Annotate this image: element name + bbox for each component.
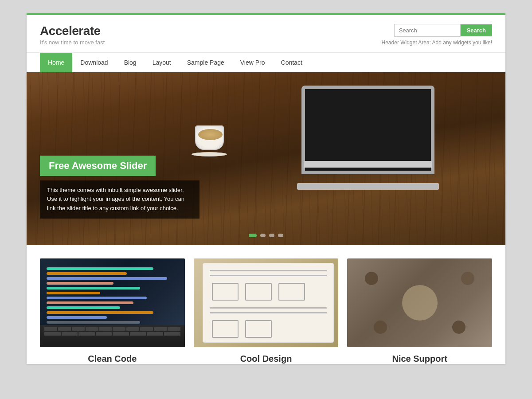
code-line (47, 292, 100, 294)
nav-link-view-pro[interactable]: View Pro (232, 53, 273, 72)
nav-item-layout[interactable]: Layout (145, 53, 179, 72)
code-line (47, 321, 140, 324)
key (86, 327, 98, 331)
search-button[interactable]: Search (461, 24, 492, 36)
key (130, 332, 146, 336)
nav-link-sample-page[interactable]: Sample Page (179, 53, 232, 72)
key (99, 327, 112, 331)
key (164, 332, 180, 336)
person-decoration (461, 272, 474, 285)
feature-image-nice-support (347, 258, 492, 347)
code-line (47, 306, 120, 309)
nb-line (210, 270, 327, 271)
header-widget-text: Header Widget Area: Add any widgets you … (382, 39, 492, 46)
feature-image-cool-design (194, 258, 339, 347)
laptop-decoration (297, 86, 439, 183)
code-line (47, 301, 133, 304)
key (58, 327, 71, 331)
code-lines-decoration (47, 267, 180, 326)
nav-link-layout[interactable]: Layout (145, 53, 179, 72)
person-decoration (374, 321, 387, 334)
nb-box (245, 320, 272, 338)
nav-item-contact[interactable]: Contact (273, 53, 310, 72)
key (96, 332, 112, 336)
person-decoration (452, 321, 466, 334)
site-tagline: It's now time to move fast (40, 39, 105, 46)
nav-item-view-pro[interactable]: View Pro (232, 53, 273, 72)
nav-item-sample-page[interactable]: Sample Page (179, 53, 232, 72)
slider-title: Free Awesome Slider (40, 156, 156, 176)
slider-dot-4[interactable] (278, 234, 283, 237)
features-section: Clean Code (27, 245, 505, 364)
code-line (47, 297, 147, 299)
key (113, 332, 129, 336)
nb-line (210, 307, 327, 309)
key-row (44, 332, 180, 336)
nav-link-blog[interactable]: Blog (116, 53, 145, 72)
page-wrapper: Accelerate It's now time to move fast Se… (27, 13, 505, 364)
feature-title-clean-code: Clean Code (40, 354, 185, 364)
nav-item-home[interactable]: Home (40, 53, 72, 72)
slider-description: This theme comes with inbuilt simple awe… (40, 180, 200, 219)
nav-link-download[interactable]: Download (72, 53, 116, 72)
feature-card-cool-design: Cool Design (194, 258, 339, 364)
nb-box (278, 283, 305, 301)
nav-item-download[interactable]: Download (72, 53, 116, 72)
feature-card-clean-code: Clean Code (40, 258, 185, 364)
code-line (47, 277, 167, 280)
code-line (47, 311, 153, 314)
feature-title-nice-support: Nice Support (347, 354, 492, 364)
key-rows (40, 325, 185, 338)
cup-body (195, 125, 224, 150)
laptop-keyboard (304, 161, 432, 168)
slider-content: Free Awesome Slider This theme comes wit… (40, 156, 200, 219)
key (168, 327, 180, 331)
teacup-decoration (195, 125, 231, 156)
keyboard-strip (40, 325, 185, 347)
notebook-lines (203, 263, 334, 347)
feature-card-nice-support: Nice Support (347, 258, 492, 364)
key (78, 332, 95, 336)
slider-dot-2[interactable] (260, 234, 266, 237)
cup-tea (198, 129, 223, 140)
key (44, 332, 61, 336)
nav-link-home[interactable]: Home (40, 53, 72, 72)
code-line (47, 316, 107, 319)
nb-box (245, 283, 272, 301)
nb-boxes (210, 281, 327, 303)
slider-dot-3[interactable] (269, 234, 274, 237)
code-line (47, 267, 153, 270)
nav-item-blog[interactable]: Blog (116, 53, 145, 72)
key (44, 327, 57, 331)
nb-box (212, 283, 239, 301)
main-nav: Home Download Blog Layout Sample Page Vi… (27, 52, 505, 72)
laptop-base (297, 183, 439, 190)
meeting-circle (402, 285, 438, 321)
search-input[interactable] (394, 24, 461, 37)
key-row (44, 327, 180, 331)
code-line (47, 282, 113, 285)
key (62, 332, 78, 336)
meeting-table-decoration (347, 258, 492, 347)
feature-image-clean-code (40, 258, 185, 347)
hero-slider: Free Awesome Slider This theme comes wit… (27, 72, 505, 245)
site-header: Accelerate It's now time to move fast Se… (27, 15, 505, 52)
nb-line (210, 275, 327, 276)
code-line (47, 287, 140, 289)
key (113, 327, 125, 331)
key (154, 327, 167, 331)
notebook-decoration (203, 263, 334, 343)
nav-link-contact[interactable]: Contact (273, 53, 310, 72)
header-branding: Accelerate It's now time to move fast (40, 24, 105, 46)
nb-boxes (210, 318, 327, 340)
code-line (47, 272, 127, 275)
key (147, 332, 163, 336)
key (72, 327, 85, 331)
slider-dots (249, 234, 283, 237)
header-right: Search Header Widget Area: Add any widge… (382, 24, 492, 46)
key (140, 327, 153, 331)
nb-box (212, 320, 239, 338)
feature-title-cool-design: Cool Design (194, 354, 339, 364)
slider-dot-1[interactable] (249, 234, 257, 237)
person-decoration (365, 272, 378, 285)
